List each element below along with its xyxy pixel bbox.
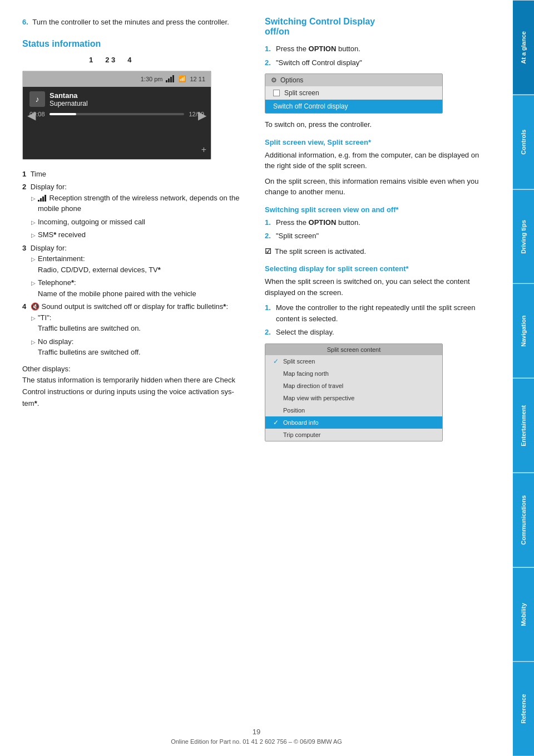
sidebar-tab-at-a-glance[interactable]: At a glance [513,0,534,95]
sidebar-tab-navigation[interactable]: Navigation [513,283,534,378]
sidebar-tab-mobility[interactable]: Mobility [513,567,534,662]
signal-icon [166,75,174,82]
step-2: 2. "Switch off Control display" [265,57,491,68]
main-content: 6. Turn the controller to set the minute… [0,0,513,480]
split-item-position: ✓ Position [265,404,442,416]
sub-item-3-2: ▷ Telephone*:Name of the mobile phone pa… [31,277,248,299]
selecting-steps: 1. Move the controller to the right repe… [265,302,491,338]
split-item-map-direction: ✓ Map direction of travel [265,380,442,392]
nav-arrow-right: ▶ [198,109,206,122]
progress-row: 00:08 12/99 [29,111,204,117]
split-item-trip-computer: ✓ Trip computer [265,429,442,441]
sidebar: At a glance Controls Driving tips Naviga… [513,0,534,756]
options-item-split-screen: Split screen [265,86,442,100]
split-step-2: 2. "Split screen" [265,230,491,242]
arrow-icon: ▷ [31,231,36,240]
checkmark-icon: ☑ [265,246,271,257]
split-step-1: 1. Press the OPTION button. [265,217,491,228]
song-icon: ♪ [29,91,45,107]
arrow-icon: ▷ [31,194,36,214]
song-row: ♪ Santana Supernatural [29,91,204,107]
switch-on-note: To switch on, press the controller. [265,119,491,130]
sidebar-tab-communications[interactable]: Communications [513,473,534,567]
split-item-split-screen: ✓ Split screen [265,355,442,367]
status-content: ♪ Santana Supernatural 00:08 12/99 [23,87,211,122]
list-item-1: 1 Time [22,169,248,180]
selecting-heading: Selecting display for split screen conte… [265,264,491,273]
sidebar-tab-driving-tips[interactable]: Driving tips [513,189,534,284]
arrow-icon: ▷ [31,255,36,275]
step-6-number: 6. [22,18,28,26]
page-number: 19 [0,728,513,736]
signal-icon-inline [38,195,46,202]
list-item-3: 3 Display for: ▷ Entertainment:Radio, CD… [22,243,248,300]
status-number-labels: 1 2 3 4 [89,56,248,64]
switch-steps: 1. Press the OPTION button. 2. "Switch o… [265,43,491,68]
split-screen-text: Additional information, e.g. from the co… [265,150,491,171]
split-toggle-steps: 1. Press the OPTION button. 2. "Split sc… [265,217,491,242]
split-content-screenshot: Split screen content ✓ Split screen ✓ Ma… [265,343,443,441]
options-title: ⚙ Options [265,74,442,86]
sub-item-2-2: ▷ Incoming, outgoing or missed call [31,217,248,228]
options-item-switch-off: Switch off Control display [265,100,442,113]
split-content-title: Split screen content [265,344,442,355]
sub-item-3-1: ▷ Entertainment:Radio, CD/DVD, external … [31,253,248,275]
other-displays-note: Other displays: The status information i… [22,364,248,410]
arrow-icon: ▷ [31,218,36,228]
footer-edition-text: Online Edition for Part no. 01 41 2 602 … [0,738,513,745]
split-toggle-heading: Switching split screen view on and off* [265,205,491,214]
section-heading-switching: Switching Control Display off/on [265,17,491,37]
step-1: 1. Press the OPTION button. [265,43,491,55]
progress-bar [50,113,185,115]
checkmark-split: ✓ [273,357,279,365]
select-step-2: 2. Select the display. [265,327,491,338]
split-item-onboard-info: ✓ Onboard info [265,416,442,429]
split-item-map-perspective: ✓ Map view with perspective [265,392,442,404]
checkmark-onboard: ✓ [273,419,279,426]
left-column: 6. Turn the controller to set the minute… [22,17,248,447]
progress-fill [50,113,77,115]
sidebar-tab-reference[interactable]: Reference [513,661,534,756]
split-activated-note: ☑ The split screen is activated. [265,246,491,257]
sidebar-tab-entertainment[interactable]: Entertainment [513,378,534,473]
page-footer: 19 Online Edition for Part no. 01 41 2 6… [0,728,513,745]
checkbox-split-screen [273,90,280,96]
arrow-icon: ▷ [31,314,36,334]
arrow-icon: ▷ [31,338,36,358]
song-info: Santana Supernatural [50,91,88,107]
nav-arrow-left: ◀ [27,109,36,122]
right-column: Switching Control Display off/on 1. Pres… [265,17,491,447]
sub-item-4-1: ▷ "TI":Traffic bulletins are switched on… [31,312,248,334]
status-top-bar: 1:30 pm 📶 12 11 [23,71,211,87]
list-item-2: 2 Display for: ▷ Reception strength [22,181,248,240]
selecting-text: When the split screen is switched on, yo… [265,276,491,298]
arrow-icon: ▷ [31,279,36,299]
nav-arrow-plus: + [201,145,206,155]
intro-item-6: 6. Turn the controller to set the minute… [22,17,248,28]
sub-item-2-1: ▷ Reception strength of the wireless net… [31,193,248,214]
sidebar-tab-controls[interactable]: Controls [513,95,534,189]
status-image-container: 1 2 3 4 1:30 pm 📶 12 11 [22,56,248,160]
options-screenshot: ⚙ Options Split screen Switch off Contro… [265,73,443,114]
sub-item-2-3: ▷ SMS* received [31,229,248,240]
status-section-heading: Status information [22,39,248,49]
select-step-1: 1. Move the controller to the right repe… [265,302,491,324]
status-item-list: 1 Time 2 Display for: ▷ [22,169,248,358]
sub-item-4-2: ▷ No display:Traffic bulletins are switc… [31,336,248,358]
split-item-map-north: ✓ Map facing north [265,367,442,380]
status-image: 1:30 pm 📶 12 11 ♪ [22,71,211,160]
split-screen-heading: Split screen view, Split screen* [265,138,491,146]
split-screen-text2: On the split screen, this information re… [265,176,491,198]
list-item-4: 4 🔇 Sound output is switched off or disp… [22,301,248,358]
main-heading: Switching Control Display off/on [265,17,491,37]
